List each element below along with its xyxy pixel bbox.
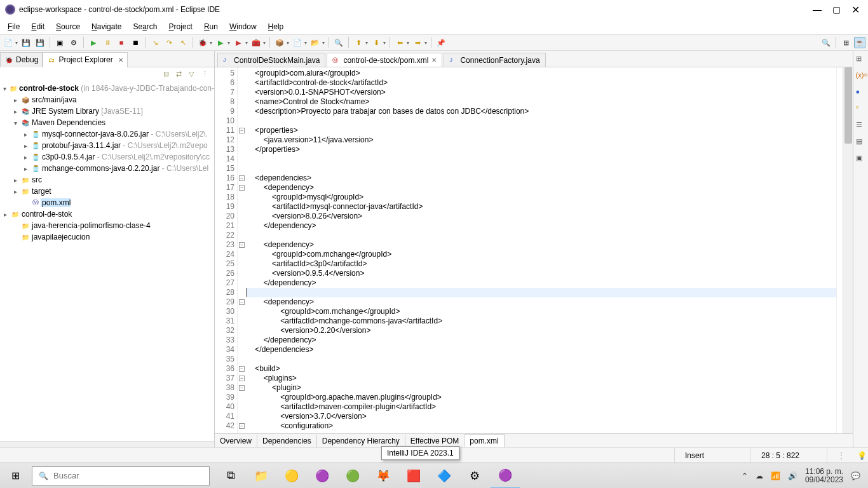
close-button[interactable]: ✕ (851, 6, 859, 13)
terminal-icon[interactable]: ▣ (856, 154, 866, 164)
menu-window[interactable]: Window (224, 20, 262, 33)
close-icon[interactable]: ✕ (118, 57, 123, 64)
menu-navigate[interactable]: Navigate (86, 20, 126, 33)
wifi-icon[interactable]: 📶 (771, 471, 780, 480)
task-view-icon[interactable]: ⧉ (216, 463, 245, 489)
code-editor[interactable]: <groupId>com.alura</groupId> <artifactId… (238, 67, 836, 433)
tab-effective-pom[interactable]: Effective POM (405, 435, 465, 447)
new-class-icon[interactable]: 📄 (292, 37, 303, 48)
save-all-icon[interactable]: 💾 (34, 37, 46, 48)
step-into-icon[interactable]: ↘ (149, 37, 161, 48)
tab-overview[interactable]: Overview (215, 435, 257, 447)
close-icon[interactable]: ✕ (431, 57, 437, 64)
menu-run[interactable]: Run (199, 20, 223, 33)
tab-dependency-hierarchy[interactable]: Dependency Hierarchy (317, 435, 405, 447)
start-button[interactable]: ⊞ (0, 463, 31, 489)
minimize-button[interactable]: — (813, 6, 821, 13)
project-icon: 📁 (10, 210, 20, 219)
left-tab-strip: 🐞 Debug 🗂 Project Explorer ✕ (0, 51, 214, 67)
tray-chevron-icon[interactable]: ⌃ (742, 471, 748, 480)
library-icon: 📚 (20, 107, 31, 116)
collapse-all-icon[interactable]: ⊟ (163, 70, 172, 79)
open-type-icon[interactable]: 📂 (309, 37, 321, 48)
intellij-icon[interactable]: 🟥 (399, 463, 428, 489)
menu-file[interactable]: File (3, 20, 25, 33)
coverage-icon[interactable]: ▶ (233, 37, 244, 48)
expressions-icon[interactable]: ᵉ (856, 104, 866, 114)
taskbar-clock[interactable]: 11:06 p. m. 09/04/2023 (805, 468, 843, 484)
menu-search[interactable]: Search (128, 20, 162, 33)
step-return-icon[interactable]: ↖ (177, 37, 189, 48)
line-gutter[interactable]: 567891011−1213141516−17−181920212223−242… (215, 67, 238, 433)
status-insert: Insert (674, 448, 750, 463)
stop-icon[interactable]: ■ (116, 37, 127, 48)
vertical-scrollbar[interactable] (843, 67, 853, 433)
editor-tab-strip: JControlDeStockMain.java Ⓜcontrol-de-sto… (215, 51, 853, 67)
notifications-icon[interactable]: 💬 (851, 471, 860, 480)
status-position: 28 : 5 : 822 (750, 448, 827, 463)
tasks-icon[interactable]: ☰ (856, 121, 866, 131)
variables-icon[interactable]: (x)= (856, 71, 866, 81)
volume-icon[interactable]: 🔊 (788, 471, 797, 480)
tab-debug-label: Debug (16, 55, 38, 64)
hscrollbar[interactable] (0, 441, 214, 447)
editor-tab[interactable]: Ⓜcontrol-de-stock/pom.xml✕ (327, 53, 442, 67)
folder-icon: 📁 (20, 187, 31, 196)
menu-source[interactable]: Source (51, 20, 85, 33)
back-icon[interactable]: ⬅ (394, 37, 405, 48)
tab-project-explorer[interactable]: 🗂 Project Explorer ✕ (43, 52, 127, 67)
tab-dependencies[interactable]: Dependencies (257, 435, 317, 447)
forward-icon[interactable]: ➡ (412, 37, 423, 48)
console-icon[interactable]: ▤ (856, 137, 866, 147)
terminal-icon[interactable]: ▣ (54, 37, 65, 48)
pause-icon[interactable]: ⏸ (102, 37, 113, 48)
search-input[interactable] (53, 471, 203, 480)
search-icon[interactable]: 🔍 (333, 37, 344, 48)
next-annotation-icon[interactable]: ⬇ (370, 37, 382, 48)
app-icon[interactable]: 🟢 (338, 463, 367, 489)
breakpoints-icon[interactable]: ● (856, 88, 866, 98)
tip-icon[interactable]: 💡 (857, 451, 867, 460)
ext-tools-icon[interactable]: 🧰 (250, 37, 262, 48)
mysql-workbench-icon[interactable]: 🔷 (430, 463, 459, 489)
resume-icon[interactable]: ▶ (88, 37, 99, 48)
outline-icon[interactable]: ⊞ (856, 55, 866, 65)
java-perspective-icon[interactable]: ☕ (854, 37, 865, 48)
open-perspective-icon[interactable]: ⊞ (840, 37, 851, 48)
disconnect-icon[interactable]: ⏹ (130, 37, 141, 48)
prev-annotation-icon[interactable]: ⬆ (353, 37, 364, 48)
debug-icon[interactable]: 🐞 (197, 37, 208, 48)
taskbar-search[interactable]: 🔍 (32, 466, 210, 485)
view-menu-icon[interactable]: ⋮ (201, 70, 210, 79)
maximize-button[interactable]: ▢ (832, 6, 840, 13)
eclipse-task-icon[interactable]: 🟣 (308, 463, 337, 489)
file-explorer-icon[interactable]: 📁 (247, 463, 276, 489)
tab-debug[interactable]: 🐞 Debug (0, 52, 43, 67)
quick-access-icon[interactable]: 🔍 (820, 37, 832, 48)
editor-tab[interactable]: JConnectionFactory.java (444, 53, 545, 67)
filter-icon[interactable]: ▽ (189, 70, 198, 79)
pin-icon[interactable]: 📌 (435, 37, 447, 48)
menu-project[interactable]: Project (164, 20, 198, 33)
jar-icon: 🫙 (31, 164, 41, 173)
build-icon[interactable]: ⚙ (68, 37, 79, 48)
project-tree[interactable]: ▾📁control-de-stock (in 1846-Java-y-JDBC-… (0, 81, 214, 441)
editor-tab[interactable]: JControlDeStockMain.java (217, 53, 325, 67)
menu-icon[interactable]: ⋮ (837, 451, 845, 460)
run-icon[interactable]: ▶ (215, 37, 226, 48)
link-editor-icon[interactable]: ⇄ (176, 70, 185, 79)
gimp-icon[interactable]: 🦊 (369, 463, 398, 489)
chrome-icon[interactable]: 🟡 (277, 463, 306, 489)
new-icon[interactable]: 📄 (3, 37, 14, 48)
eclipse-running-icon[interactable]: 🟣 (491, 463, 520, 489)
step-over-icon[interactable]: ↷ (163, 37, 175, 48)
new-pkg-icon[interactable]: 📦 (274, 37, 285, 48)
save-icon[interactable]: 💾 (20, 37, 32, 48)
tab-pom-xml[interactable]: pom.xml (465, 434, 504, 447)
menu-edit[interactable]: Edit (26, 20, 50, 33)
jar-icon: 🫙 (31, 152, 41, 161)
menu-help[interactable]: Help (263, 20, 289, 33)
settings-icon[interactable]: ⚙ (460, 463, 489, 489)
right-trim: ⊞ (x)= ● ᵉ ☰ ▤ ▣ (853, 51, 868, 447)
cloud-icon[interactable]: ☁ (756, 471, 763, 480)
